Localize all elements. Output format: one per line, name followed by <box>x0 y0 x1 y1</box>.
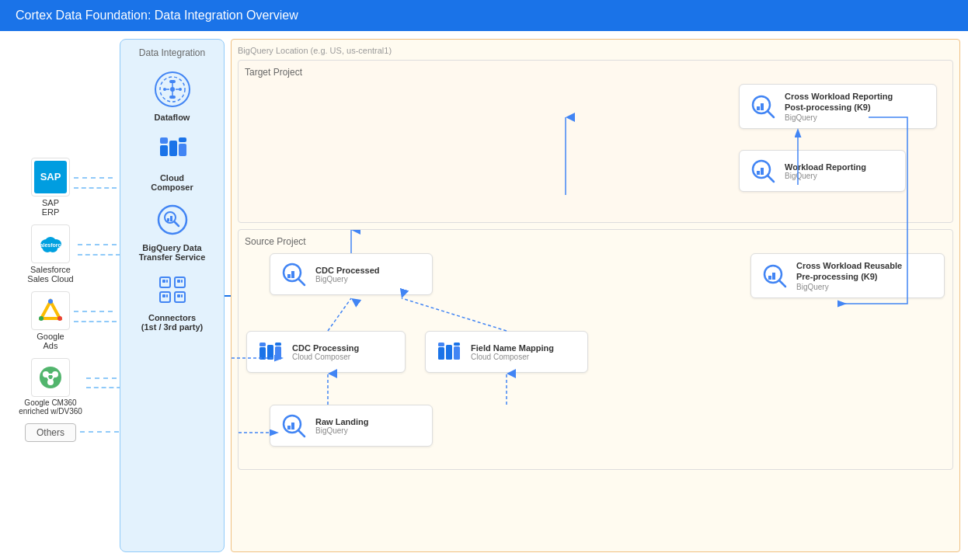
cloud-composer-icon-fnm <box>435 338 463 366</box>
sap-connector-line <box>74 177 113 179</box>
source-project-panel: Source Project CDC Processed BigQuery <box>238 229 953 470</box>
cloud-composer-icon-cdcpr <box>256 338 284 366</box>
svg-rect-48 <box>177 294 180 297</box>
svg-line-60 <box>298 279 305 285</box>
svg-point-7 <box>48 299 53 304</box>
rl-title: Raw Landing <box>315 417 368 426</box>
target-project-panel: Target Project Cross Workload ReportingP… <box>238 60 953 223</box>
svg-rect-53 <box>761 103 764 110</box>
svg-point-27 <box>170 87 175 92</box>
svg-line-78 <box>298 430 305 437</box>
cwrr-subtitle: BigQuery <box>796 283 902 291</box>
cross-workload-reusable-node: Cross Workload ReusablePre-processing (K… <box>750 253 945 298</box>
others-connector-line <box>80 431 119 433</box>
svg-rect-57 <box>761 168 764 175</box>
svg-rect-80 <box>291 423 294 430</box>
bq-search-icon-rl <box>280 412 308 440</box>
cdcpr-subtitle: Cloud Composer <box>292 353 359 361</box>
svg-rect-42 <box>162 280 165 283</box>
source-google-ads: GoogleAds <box>31 291 70 350</box>
sf-connector-line <box>78 244 117 245</box>
di-connectors: Connectors(1st / 3rd party) <box>141 270 203 332</box>
svg-rect-20 <box>169 96 176 99</box>
google-ads-label: GoogleAds <box>37 332 64 350</box>
cloud-composer-label: CloudComposer <box>151 173 193 192</box>
bq-search-icon-wr <box>749 157 777 185</box>
cloud-composer-icon <box>152 130 193 170</box>
salesforce-icon: salesforce <box>36 229 65 259</box>
source-salesforce: salesforce SalesforceSales Cloud <box>27 224 73 283</box>
svg-rect-49 <box>181 294 183 297</box>
svg-rect-74 <box>446 345 452 360</box>
main-content: SAP SAPERP salesforce SalesforceSales Cl… <box>0 31 968 560</box>
source-sap-erp: SAP SAPERP <box>31 158 70 217</box>
sap-erp-label: SAPERP <box>42 198 60 217</box>
svg-rect-79 <box>287 426 291 430</box>
svg-point-9 <box>57 316 62 321</box>
sources-panel: SAP SAPERP salesforce SalesforceSales Cl… <box>8 39 93 552</box>
bq-transfer-icon <box>152 200 193 240</box>
rl-subtitle: BigQuery <box>315 426 368 435</box>
fnm-subtitle: Cloud Composer <box>471 353 554 361</box>
svg-point-8 <box>39 316 44 321</box>
raw-landing-node: Raw Landing BigQuery <box>270 405 433 447</box>
svg-rect-72 <box>438 347 444 360</box>
di-cloud-composer: CloudComposer <box>151 130 193 192</box>
source-cm360: Google CM360enriched w/DV360 <box>19 358 82 416</box>
svg-rect-46 <box>177 280 180 283</box>
bq-search-icon-cwrr <box>761 262 789 290</box>
svg-rect-52 <box>757 106 760 110</box>
svg-rect-69 <box>267 345 273 360</box>
svg-rect-19 <box>169 80 176 83</box>
cwr-title: Cross Workload ReportingPost-processing … <box>785 91 893 113</box>
svg-rect-44 <box>162 294 165 297</box>
page-header: Cortex Data Foundation: Data Integration… <box>0 0 968 31</box>
source-project-label: Source Project <box>245 236 946 247</box>
svg-rect-29 <box>160 137 168 144</box>
cdcp-title: CDC Processed <box>315 266 380 275</box>
svg-rect-21 <box>163 88 166 91</box>
svg-rect-47 <box>181 280 183 283</box>
svg-rect-76 <box>454 343 460 346</box>
sap-logo-icon: SAP <box>34 161 67 193</box>
svg-rect-66 <box>772 273 775 280</box>
svg-rect-28 <box>160 145 168 156</box>
svg-rect-75 <box>454 346 460 360</box>
bq-location-label: BigQuery Location (e.g. US, us-central1) <box>238 46 953 55</box>
sources-to-di-arrow <box>99 39 113 552</box>
svg-rect-73 <box>438 343 444 346</box>
svg-rect-43 <box>166 280 168 283</box>
wr-subtitle: BigQuery <box>785 172 866 180</box>
di-bq-transfer: BigQuery DataTransfer Service <box>139 200 206 262</box>
source-others: Others <box>25 423 76 442</box>
dataflow-label: Dataflow <box>155 113 190 122</box>
svg-rect-56 <box>757 171 760 175</box>
svg-rect-68 <box>259 343 266 346</box>
connectors-icon <box>152 270 193 310</box>
others-label: Others <box>37 427 64 438</box>
data-integration-panel: Data Integration Dataflow <box>120 39 225 552</box>
bq-transfer-label: BigQuery DataTransfer Service <box>139 243 206 262</box>
cwrr-title: Cross Workload ReusablePre-processing (K… <box>796 260 902 283</box>
fnm-title: Field Name Mapping <box>471 343 554 353</box>
svg-marker-6 <box>41 301 60 318</box>
svg-rect-36 <box>167 218 169 221</box>
header-title: Cortex Data Foundation: Data Integration… <box>16 9 298 23</box>
di-dataflow: Dataflow <box>152 69 193 122</box>
svg-rect-22 <box>179 88 182 91</box>
cdcp-subtitle: BigQuery <box>315 275 380 283</box>
cdcpr-title: CDC Processing <box>292 343 359 353</box>
svg-rect-67 <box>259 347 266 360</box>
svg-rect-65 <box>768 276 771 280</box>
svg-line-55 <box>768 176 774 182</box>
salesforce-label: SalesforceSales Cloud <box>27 265 73 283</box>
svg-line-64 <box>779 280 785 287</box>
svg-text:salesforce: salesforce <box>37 242 64 248</box>
others-box: Others <box>25 423 76 442</box>
svg-rect-61 <box>287 274 291 278</box>
bq-search-icon-cwrp <box>749 92 777 120</box>
svg-rect-32 <box>179 137 186 142</box>
svg-line-35 <box>174 222 179 227</box>
svg-line-81 <box>328 298 351 331</box>
dataflow-icon <box>152 69 193 110</box>
